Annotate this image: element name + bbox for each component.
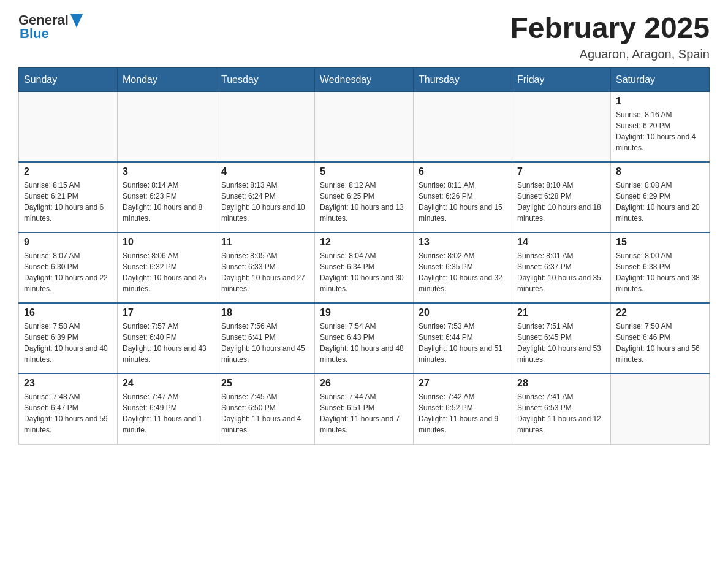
table-row: 2Sunrise: 8:15 AM Sunset: 6:21 PM Daylig… [19,162,118,232]
table-row: 23Sunrise: 7:48 AM Sunset: 6:47 PM Dayli… [19,373,118,444]
table-row: 18Sunrise: 7:56 AM Sunset: 6:41 PM Dayli… [216,303,315,373]
day-number: 13 [419,237,507,248]
table-row [414,91,512,162]
calendar-week-row: 9Sunrise: 8:07 AM Sunset: 6:30 PM Daylig… [19,232,710,303]
calendar-week-row: 2Sunrise: 8:15 AM Sunset: 6:21 PM Daylig… [19,162,710,232]
day-info: Sunrise: 7:54 AM Sunset: 6:43 PM Dayligh… [320,321,408,365]
table-row: 7Sunrise: 8:10 AM Sunset: 6:28 PM Daylig… [512,162,611,232]
day-info: Sunrise: 7:41 AM Sunset: 6:53 PM Dayligh… [517,391,605,435]
day-info: Sunrise: 8:07 AM Sunset: 6:30 PM Dayligh… [24,250,112,294]
table-row: 22Sunrise: 7:50 AM Sunset: 6:46 PM Dayli… [611,303,710,373]
day-number: 14 [517,237,605,248]
day-info: Sunrise: 8:16 AM Sunset: 6:20 PM Dayligh… [616,109,704,153]
day-number: 8 [616,166,704,177]
table-row: 16Sunrise: 7:58 AM Sunset: 6:39 PM Dayli… [19,303,118,373]
day-info: Sunrise: 8:10 AM Sunset: 6:28 PM Dayligh… [517,180,605,224]
day-number: 5 [320,166,408,177]
day-info: Sunrise: 7:56 AM Sunset: 6:41 PM Dayligh… [221,321,309,365]
table-row: 4Sunrise: 8:13 AM Sunset: 6:24 PM Daylig… [216,162,315,232]
day-info: Sunrise: 8:14 AM Sunset: 6:23 PM Dayligh… [123,180,211,224]
calendar-week-row: 23Sunrise: 7:48 AM Sunset: 6:47 PM Dayli… [19,373,710,444]
day-info: Sunrise: 7:45 AM Sunset: 6:50 PM Dayligh… [221,391,309,435]
day-number: 19 [320,307,408,318]
table-row [512,91,611,162]
day-number: 12 [320,237,408,248]
day-info: Sunrise: 8:00 AM Sunset: 6:38 PM Dayligh… [616,250,704,294]
day-info: Sunrise: 8:15 AM Sunset: 6:21 PM Dayligh… [24,180,112,224]
calendar-week-row: 16Sunrise: 7:58 AM Sunset: 6:39 PM Dayli… [19,303,710,373]
day-number: 11 [221,237,309,248]
day-number: 24 [123,378,211,389]
table-row: 13Sunrise: 8:02 AM Sunset: 6:35 PM Dayli… [414,232,512,303]
day-info: Sunrise: 8:05 AM Sunset: 6:33 PM Dayligh… [221,250,309,294]
logo: General Blue [18,12,83,42]
day-number: 3 [123,166,211,177]
logo-blue-text: Blue [20,26,49,42]
table-row [315,91,414,162]
table-row: 28Sunrise: 7:41 AM Sunset: 6:53 PM Dayli… [512,373,611,444]
day-number: 10 [123,237,211,248]
table-row: 1Sunrise: 8:16 AM Sunset: 6:20 PM Daylig… [611,91,710,162]
day-number: 7 [517,166,605,177]
day-number: 22 [616,307,704,318]
day-number: 20 [419,307,507,318]
logo-triangle-icon [70,14,83,28]
table-row: 9Sunrise: 8:07 AM Sunset: 6:30 PM Daylig… [19,232,118,303]
table-row: 3Sunrise: 8:14 AM Sunset: 6:23 PM Daylig… [118,162,216,232]
page-header: General Blue February 2025 Aguaron, Arag… [18,12,710,61]
day-number: 18 [221,307,309,318]
day-number: 26 [320,378,408,389]
table-row [19,91,118,162]
day-info: Sunrise: 7:57 AM Sunset: 6:40 PM Dayligh… [123,321,211,365]
table-row [118,91,216,162]
day-number: 21 [517,307,605,318]
day-number: 16 [24,307,112,318]
day-info: Sunrise: 7:48 AM Sunset: 6:47 PM Dayligh… [24,391,112,435]
day-info: Sunrise: 7:51 AM Sunset: 6:45 PM Dayligh… [517,321,605,365]
table-row: 6Sunrise: 8:11 AM Sunset: 6:26 PM Daylig… [414,162,512,232]
table-row: 20Sunrise: 7:53 AM Sunset: 6:44 PM Dayli… [414,303,512,373]
svg-marker-0 [70,14,83,28]
header-monday: Monday [118,67,216,91]
calendar-title: February 2025 [510,12,710,45]
day-number: 25 [221,378,309,389]
day-info: Sunrise: 7:58 AM Sunset: 6:39 PM Dayligh… [24,321,112,365]
table-row: 26Sunrise: 7:44 AM Sunset: 6:51 PM Dayli… [315,373,414,444]
day-info: Sunrise: 7:42 AM Sunset: 6:52 PM Dayligh… [419,391,507,435]
table-row: 11Sunrise: 8:05 AM Sunset: 6:33 PM Dayli… [216,232,315,303]
calendar-week-row: 1Sunrise: 8:16 AM Sunset: 6:20 PM Daylig… [19,91,710,162]
day-info: Sunrise: 8:01 AM Sunset: 6:37 PM Dayligh… [517,250,605,294]
table-row: 17Sunrise: 7:57 AM Sunset: 6:40 PM Dayli… [118,303,216,373]
day-number: 4 [221,166,309,177]
day-number: 9 [24,237,112,248]
table-row: 12Sunrise: 8:04 AM Sunset: 6:34 PM Dayli… [315,232,414,303]
day-number: 15 [616,237,704,248]
day-info: Sunrise: 8:12 AM Sunset: 6:25 PM Dayligh… [320,180,408,224]
calendar-subtitle: Aguaron, Aragon, Spain [510,47,710,61]
day-info: Sunrise: 8:02 AM Sunset: 6:35 PM Dayligh… [419,250,507,294]
header-thursday: Thursday [414,67,512,91]
day-info: Sunrise: 7:47 AM Sunset: 6:49 PM Dayligh… [123,391,211,435]
day-info: Sunrise: 8:08 AM Sunset: 6:29 PM Dayligh… [616,180,704,224]
day-number: 2 [24,166,112,177]
header-saturday: Saturday [611,67,710,91]
day-info: Sunrise: 8:04 AM Sunset: 6:34 PM Dayligh… [320,250,408,294]
table-row: 21Sunrise: 7:51 AM Sunset: 6:45 PM Dayli… [512,303,611,373]
header-wednesday: Wednesday [315,67,414,91]
day-number: 1 [616,96,704,107]
table-row: 5Sunrise: 8:12 AM Sunset: 6:25 PM Daylig… [315,162,414,232]
table-row: 27Sunrise: 7:42 AM Sunset: 6:52 PM Dayli… [414,373,512,444]
day-info: Sunrise: 8:11 AM Sunset: 6:26 PM Dayligh… [419,180,507,224]
table-row: 19Sunrise: 7:54 AM Sunset: 6:43 PM Dayli… [315,303,414,373]
day-info: Sunrise: 7:53 AM Sunset: 6:44 PM Dayligh… [419,321,507,365]
calendar-table: Sunday Monday Tuesday Wednesday Thursday… [18,67,710,445]
table-row [611,373,710,444]
table-row: 14Sunrise: 8:01 AM Sunset: 6:37 PM Dayli… [512,232,611,303]
day-number: 27 [419,378,507,389]
day-info: Sunrise: 7:44 AM Sunset: 6:51 PM Dayligh… [320,391,408,435]
table-row: 10Sunrise: 8:06 AM Sunset: 6:32 PM Dayli… [118,232,216,303]
table-row [216,91,315,162]
table-row: 8Sunrise: 8:08 AM Sunset: 6:29 PM Daylig… [611,162,710,232]
header-tuesday: Tuesday [216,67,315,91]
table-row: 25Sunrise: 7:45 AM Sunset: 6:50 PM Dayli… [216,373,315,444]
